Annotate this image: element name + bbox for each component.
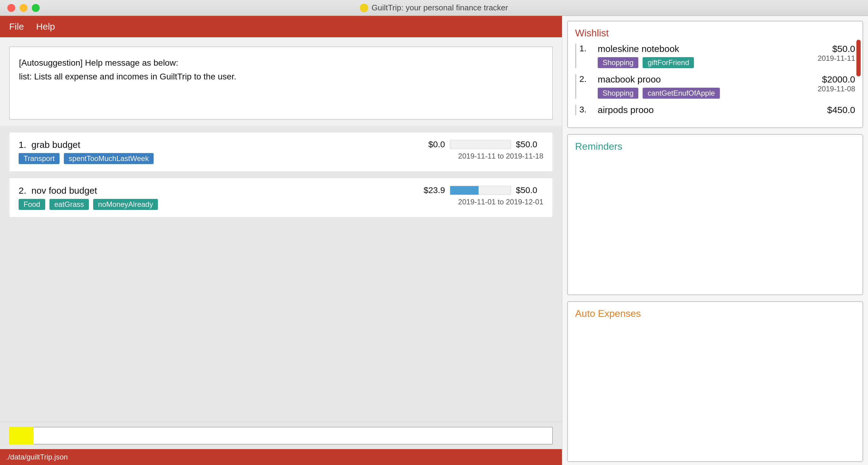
wishlist-item-2-tags: Shopping cantGetEnufOfApple <box>598 88 817 99</box>
budget-item-1-tags: Transport spentTooMuchLastWeek <box>19 153 154 164</box>
left-panel: File Help [Autosuggestion] Help message … <box>0 16 562 465</box>
budget-spent-2: $23.9 <box>417 185 445 195</box>
autoexp-title: Auto Expenses <box>575 308 855 319</box>
budget-total-1: $50.0 <box>516 140 543 149</box>
wishlist-title: Wishlist <box>575 28 855 39</box>
reminders-title: Reminders <box>575 141 855 152</box>
budget-spent-1: $0.0 <box>417 140 445 149</box>
window-title: GuiltTrip: your personal finance tracker <box>371 3 508 12</box>
budget-item-1-left: 1. grab budget Transport spentTooMuchLas… <box>19 140 154 164</box>
wishlist-item-3-name: airpods prooo <box>598 105 827 115</box>
help-area: [Autosuggestion] Help message as below: … <box>9 46 553 120</box>
budget-item-2-tags: Food eatGrass noMoneyAlready <box>19 199 158 210</box>
progress-bar-container-2 <box>450 186 511 195</box>
budget-item-2-title: 2. nov food budget <box>19 185 158 196</box>
minimize-button[interactable] <box>20 4 28 12</box>
budget-item-1: 1. grab budget Transport spentTooMuchLas… <box>9 132 553 172</box>
budget-item-2-left: 2. nov food budget Food eatGrass noMoney… <box>19 185 158 210</box>
right-panel: Wishlist 1. moleskine notebook Shopping … <box>562 16 868 465</box>
budget-date-1: 2019-11-11 to 2019-11-18 <box>458 152 543 160</box>
reminders-section: Reminders <box>567 134 863 295</box>
close-button[interactable] <box>7 4 15 12</box>
tag-shopping-1[interactable]: Shopping <box>598 57 638 68</box>
wishlist-item-2-body: macbook prooo Shopping cantGetEnufOfAppl… <box>598 74 817 99</box>
app-container: File Help [Autosuggestion] Help message … <box>0 16 868 465</box>
wishlist-item-3-right: $450.0 <box>827 105 855 115</box>
budget-item-1-title: 1. grab budget <box>19 140 154 150</box>
input-area <box>0 422 562 449</box>
wishlist-item-2-right: $2000.0 2019-11-08 <box>817 74 855 93</box>
wishlist-item-1-right: $50.0 2019-11-11 <box>817 44 855 63</box>
wishlist-item-2-date: 2019-11-08 <box>817 85 855 93</box>
wishlist-item-2: 2. macbook prooo Shopping cantGetEnufOfA… <box>575 74 855 99</box>
tag-spentTooMuch[interactable]: spentTooMuchLastWeek <box>64 153 154 164</box>
maximize-button[interactable] <box>32 4 40 12</box>
budget-progress-row-1: $0.0 $50.0 <box>417 140 543 149</box>
wishlist-item-1-num: 1. <box>579 44 598 54</box>
status-bar: ./data/guiltTrip.json <box>0 449 562 465</box>
help-line2: list: Lists all expense and incomes in G… <box>19 70 543 84</box>
input-field-wrapper <box>9 427 553 444</box>
tag-shopping-2[interactable]: Shopping <box>598 88 638 99</box>
wishlist-item-1-date: 2019-11-11 <box>817 54 855 63</box>
menubar: File Help <box>0 16 562 37</box>
wishlist-item-1-body: moleskine notebook Shopping giftForFrien… <box>598 44 817 68</box>
titlebar: GuiltTrip: your personal finance tracker <box>0 0 868 16</box>
budget-item-1-numbers: $0.0 $50.0 2019-11-11 to 2019-11-18 <box>417 140 543 160</box>
budget-item-1-row: 1. grab budget Transport spentTooMuchLas… <box>19 140 543 164</box>
progress-bar-fill-2 <box>450 186 478 195</box>
wishlist-item-2-price: $2000.0 <box>817 74 855 85</box>
tag-food[interactable]: Food <box>19 199 45 210</box>
budget-progress-row-2: $23.9 $50.0 <box>417 185 543 195</box>
tag-eatGrass[interactable]: eatGrass <box>50 199 89 210</box>
wishlist-item-3-price: $450.0 <box>827 105 855 115</box>
wishlist-item-1-tags: Shopping giftForFriend <box>598 57 817 68</box>
input-highlight <box>9 427 34 444</box>
wishlist-item-1-name: moleskine notebook <box>598 44 817 54</box>
status-text: ./data/guiltTrip.json <box>6 453 68 461</box>
wishlist-item-3-body: airpods prooo <box>598 105 827 115</box>
tag-noMoney[interactable]: noMoneyAlready <box>93 199 158 210</box>
wishlist-section: Wishlist 1. moleskine notebook Shopping … <box>567 21 863 128</box>
wishlist-scrollbar[interactable] <box>857 40 861 76</box>
wishlist-item-1: 1. moleskine notebook Shopping giftForFr… <box>575 44 855 68</box>
menu-help[interactable]: Help <box>36 21 55 32</box>
tag-transport[interactable]: Transport <box>19 153 60 164</box>
autoexp-section: Auto Expenses <box>567 301 863 462</box>
budget-total-2: $50.0 <box>516 185 543 195</box>
help-line1: [Autosuggestion] Help message as below: <box>19 56 543 70</box>
wishlist-item-1-price: $50.0 <box>817 44 855 54</box>
progress-bar-container-1 <box>450 140 511 149</box>
wishlist-item-3: 3. airpods prooo $450.0 <box>575 105 855 115</box>
budget-date-2: 2019-11-01 to 2019-12-01 <box>458 198 543 206</box>
tag-giftForFriend[interactable]: giftForFriend <box>643 57 694 68</box>
wishlist-item-2-num: 2. <box>579 74 598 84</box>
window-controls <box>7 4 40 12</box>
budget-list: 1. grab budget Transport spentTooMuchLas… <box>0 126 562 422</box>
app-icon <box>360 4 368 12</box>
budget-item-2-numbers: $23.9 $50.0 2019-11-01 to 2019-12-01 <box>417 185 543 206</box>
budget-item-2: 2. nov food budget Food eatGrass noMoney… <box>9 178 553 218</box>
wishlist-item-3-num: 3. <box>579 105 598 115</box>
wishlist-item-2-name: macbook prooo <box>598 74 817 85</box>
tag-cantGetEnuf[interactable]: cantGetEnufOfApple <box>643 88 719 99</box>
command-input[interactable] <box>9 427 553 444</box>
budget-item-2-row: 2. nov food budget Food eatGrass noMoney… <box>19 185 543 210</box>
menu-file[interactable]: File <box>9 21 24 32</box>
